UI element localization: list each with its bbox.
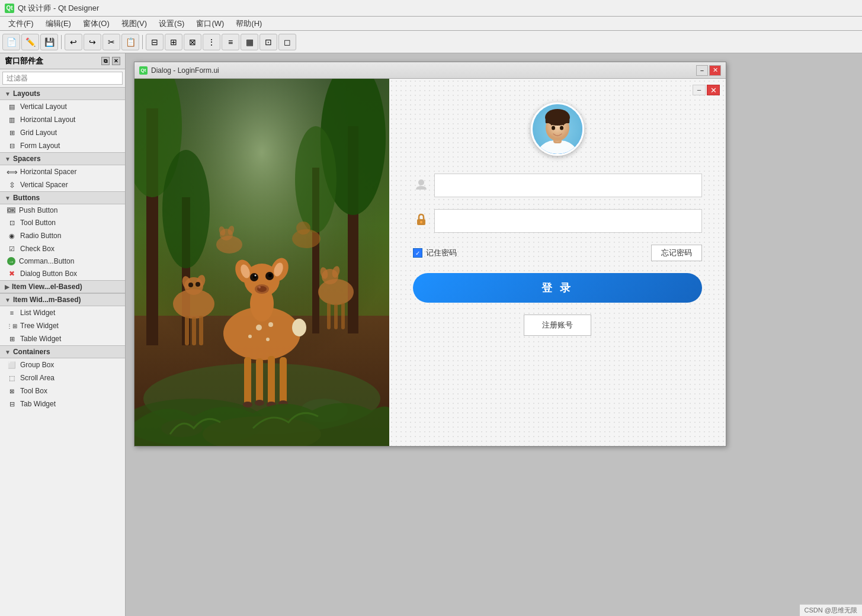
layout3-button[interactable]: ⊠ [184,34,201,50]
new-button[interactable]: 📄 [2,34,20,50]
section-containers[interactable]: ▼ Containers [0,345,125,358]
widget-tool-box[interactable]: ⊠ Tool Box [0,384,125,397]
section-buttons[interactable]: ▼ Buttons [0,191,125,204]
svg-point-39 [243,402,252,408]
login-button[interactable]: 登 录 [413,273,702,303]
dialog-minimize-btn[interactable]: − [696,65,708,76]
radio-button-icon: ◉ [7,231,17,240]
section-spacers[interactable]: ▼ Spacers [0,152,125,165]
svg-point-31 [255,275,257,277]
remember-section: ✓ 记住密码 [413,248,457,258]
login-minimize-btn[interactable]: − [693,85,706,95]
redo-button[interactable]: ↪ [84,34,101,50]
svg-point-10 [162,150,210,268]
widget-vertical-layout[interactable]: ▤ Vertical Layout [0,100,125,113]
dialog-close-btn[interactable]: ✕ [709,65,721,76]
widget-panel: 窗口部件盒 ⧉ ✕ ▼ Layouts ▤ Vertical Layout ▥ … [0,53,126,616]
panel-close-btn[interactable]: ✕ [112,57,120,65]
containers-arrow: ▼ [5,349,11,355]
svg-point-40 [255,400,264,406]
section-item-view[interactable]: ▶ Item View...el-Based) [0,280,125,293]
widget-horizontal-spacer[interactable]: ⟺ Horizontal Spacer [0,165,125,178]
dialog-title-buttons: − ✕ [696,65,721,76]
menu-help[interactable]: 帮助(H) [230,17,268,30]
svg-rect-50 [185,316,189,345]
layout1-button[interactable]: ⊟ [146,34,164,50]
menu-settings[interactable]: 设置(S) [153,17,190,30]
check-box-label: Check Box [20,245,55,253]
tool-box-label: Tool Box [20,387,47,395]
undo-button[interactable]: ↩ [65,34,82,50]
widget-grid-layout[interactable]: ⊞ Grid Layout [0,126,125,139]
cut-button[interactable]: ✂ [102,34,120,50]
remember-label: 记住密码 [426,248,457,258]
menu-view[interactable]: 视图(V) [116,17,153,30]
widget-table-widget[interactable]: ⊞ Table Widget [0,332,125,345]
layout2-button[interactable]: ⊞ [165,34,182,50]
widget-horizontal-layout[interactable]: ▥ Horizontal Layout [0,113,125,126]
widget-push-button[interactable]: OK Push Button [0,204,125,216]
remember-checkbox[interactable]: ✓ [413,248,422,258]
panel-float-btn[interactable]: ⧉ [101,57,110,65]
password-input[interactable] [434,209,702,233]
paste-button[interactable]: 📋 [121,34,139,50]
group-box-icon: ⬜ [7,360,17,370]
spacers-arrow: ▼ [5,156,11,162]
item-view-label: Item View...el-Based) [12,283,82,291]
horizontal-layout-icon: ▥ [7,115,17,124]
widget-command-button[interactable]: → Comman...Button [0,255,125,267]
panel-header-icons: ⧉ ✕ [101,57,120,65]
widget-radio-button[interactable]: ◉ Radio Button [0,229,125,242]
section-item-widget[interactable]: ▼ Item Wid...m-Based) [0,293,125,306]
containers-label: Containers [13,348,50,356]
svg-point-30 [268,274,272,277]
widget-list: ▼ Layouts ▤ Vertical Layout ▥ Horizontal… [0,87,125,616]
layout5-button[interactable]: ≡ [222,34,239,50]
widget-tool-button[interactable]: ⊡ Tool Button [0,216,125,229]
svg-point-43 [292,319,306,336]
save-button[interactable]: 💾 [40,34,58,50]
widget-tab-widget[interactable]: ⊟ Tab Widget [0,397,125,410]
forgot-password-btn[interactable]: 忘记密码 [651,245,702,261]
status-text: CSDN @思维无限 [805,607,857,614]
user-icon [413,178,430,194]
check-box-icon: ☑ [7,244,17,254]
menu-file[interactable]: 文件(F) [2,17,40,30]
tab-widget-label: Tab Widget [20,400,56,408]
menu-edit[interactable]: 编辑(E) [40,17,77,30]
content-area: Qt Dialog - LoginForm.ui − ✕ [126,53,862,616]
svg-point-18 [268,322,273,327]
dialog-title-bar: Qt Dialog - LoginForm.ui − ✕ [134,62,726,79]
layout8-button[interactable]: ◻ [278,34,296,50]
layout4-button[interactable]: ⋮ [203,34,220,50]
svg-point-72 [418,179,424,185]
menu-form[interactable]: 窗体(O) [77,17,116,30]
lock-icon [413,213,430,229]
login-close-btn[interactable]: ✕ [707,85,720,95]
widget-check-box[interactable]: ☑ Check Box [0,242,125,255]
widget-form-layout[interactable]: ⊟ Form Layout [0,139,125,152]
register-button[interactable]: 注册账号 [524,315,591,336]
svg-point-53 [318,279,354,305]
widget-list-widget[interactable]: ≡ List Widget [0,306,125,319]
layout6-button[interactable]: ▦ [241,34,258,50]
username-input[interactable] [434,174,702,197]
main-area: 窗口部件盒 ⧉ ✕ ▼ Layouts ▤ Vertical Layout ▥ … [0,53,862,616]
open-button[interactable]: ✏️ [21,34,39,50]
widget-dialog-button-box[interactable]: ✖ Dialog Button Box [0,267,125,280]
widget-vertical-spacer[interactable]: ⇳ Vertical Spacer [0,178,125,191]
item-widget-label: Item Wid...m-Based) [13,296,81,304]
svg-point-17 [256,325,262,331]
widget-group-box[interactable]: ⬜ Group Box [0,358,125,371]
menu-window[interactable]: 窗口(W) [190,17,230,30]
tab-widget-icon: ⊟ [7,399,17,409]
command-button-label: Comman...Button [19,257,74,265]
section-layouts[interactable]: ▼ Layouts [0,87,125,100]
filter-input[interactable] [2,72,123,85]
layout7-button[interactable]: ⊡ [259,34,277,50]
horizontal-layout-label: Horizontal Layout [20,116,75,124]
vertical-spacer-label: Vertical Spacer [20,181,68,189]
widget-scroll-area[interactable]: ⬚ Scroll Area [0,371,125,384]
layouts-label: Layouts [13,89,40,98]
widget-tree-widget[interactable]: ⋮⊞ Tree Widget [0,319,125,332]
